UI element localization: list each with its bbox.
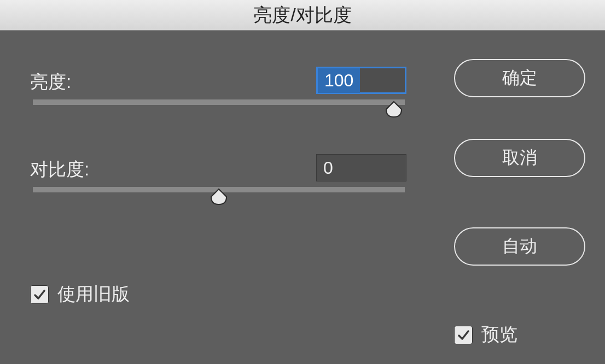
- brightness-slider-track[interactable]: [33, 99, 405, 105]
- checkmark-icon: [33, 288, 46, 301]
- brightness-slider-handle[interactable]: [384, 101, 404, 118]
- cancel-button[interactable]: 取消: [454, 139, 585, 177]
- contrast-value: 0: [323, 158, 333, 178]
- dialog-titlebar: 亮度/对比度: [0, 0, 605, 31]
- contrast-slider-handle[interactable]: [209, 188, 229, 206]
- checkbox-box: [454, 326, 473, 344]
- controls-panel: 亮度: 100 对比度: 0: [0, 31, 449, 364]
- use-legacy-checkbox[interactable]: 使用旧版: [30, 282, 130, 307]
- checkmark-icon: [457, 328, 470, 342]
- use-legacy-label: 使用旧版: [57, 282, 130, 307]
- ok-button-label: 确定: [502, 66, 537, 90]
- brightness-value: 100: [318, 68, 360, 93]
- brightness-input[interactable]: 100: [316, 67, 406, 94]
- preview-checkbox[interactable]: 预览: [454, 322, 517, 347]
- contrast-row: 对比度: 0: [30, 157, 413, 182]
- contrast-input[interactable]: 0: [316, 154, 406, 181]
- auto-button-label: 自动: [502, 234, 537, 259]
- cancel-button-label: 取消: [502, 146, 537, 170]
- brightness-row: 亮度: 100: [30, 70, 413, 95]
- buttons-panel: 确定 取消 自动 预览: [449, 31, 605, 364]
- checkbox-box: [30, 285, 49, 304]
- ok-button[interactable]: 确定: [454, 59, 585, 97]
- auto-button[interactable]: 自动: [454, 227, 585, 266]
- preview-label: 预览: [481, 322, 517, 347]
- brightness-label: 亮度:: [30, 72, 71, 92]
- contrast-label: 对比度:: [30, 159, 89, 179]
- dialog-title: 亮度/对比度: [253, 3, 351, 28]
- dialog-content: 亮度: 100 对比度: 0: [0, 31, 605, 364]
